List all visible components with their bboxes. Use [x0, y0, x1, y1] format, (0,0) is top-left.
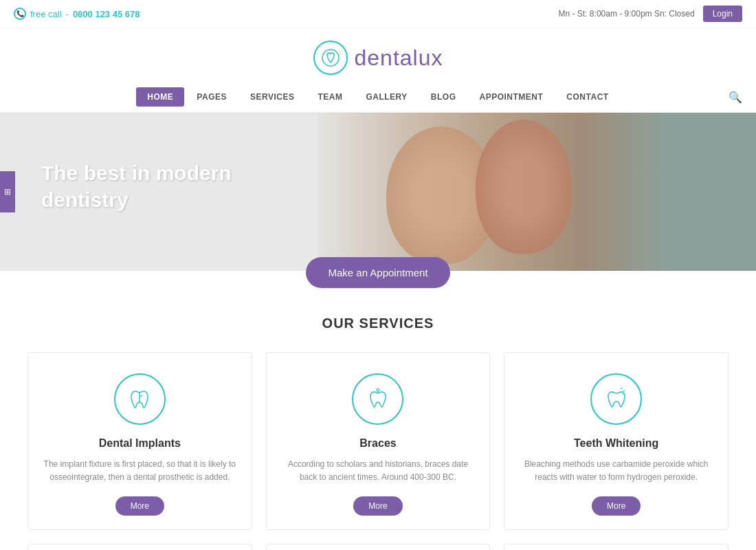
- nav-item-home[interactable]: HOME: [136, 87, 184, 107]
- services-section: OUR SERVICES Dental Implants The implant…: [0, 288, 756, 550]
- hero-title: The best in modern dentistry: [41, 160, 232, 213]
- hero-text-block: The best in modern dentistry: [41, 160, 232, 213]
- hours-text: Mn - St: 8:00am - 9:00pm Sn: Closed: [559, 9, 695, 19]
- hero-section: ⊞ The best in modern dentistry: [0, 113, 756, 271]
- phone-icon: 📞: [14, 8, 26, 20]
- free-call-label: free call: [30, 9, 62, 19]
- logo-wrapper[interactable]: dentalux: [313, 41, 443, 75]
- sidebar-toggle-button[interactable]: ⊞: [0, 171, 15, 212]
- service-card-dental-implants: Dental Implants The implant fixture is f…: [27, 352, 252, 530]
- svg-line-5: [621, 388, 622, 389]
- service-card-teeth-whitening: Teeth Whitening Bleaching methods use ca…: [504, 352, 729, 530]
- nav-item-contact[interactable]: CONTACT: [555, 87, 619, 107]
- teeth-whitening-desc: Bleaching methods use carbamide peroxide…: [518, 458, 714, 484]
- search-icon[interactable]: 🔍: [729, 91, 742, 104]
- dental-implants-name: Dental Implants: [99, 437, 181, 450]
- hero-image: [318, 113, 756, 271]
- service-card-cosmetic: Cosmetic Dentistry: [504, 544, 729, 550]
- braces-icon-circle: [352, 373, 403, 425]
- nav-item-team[interactable]: TEAM: [307, 87, 353, 107]
- nav-item-services[interactable]: SERVICES: [239, 87, 305, 107]
- appointment-cta-button[interactable]: Make an Appointment: [306, 257, 449, 288]
- nav-item-gallery[interactable]: GALLERY: [355, 87, 418, 107]
- nav-item-appointment[interactable]: APPOINTMENT: [469, 87, 555, 107]
- phone-number: 0800 123 45 678: [73, 9, 140, 19]
- service-card-crowns: Crowns and Bridges: [27, 544, 252, 550]
- services-grid-row1: Dental Implants The implant fixture is f…: [27, 352, 729, 530]
- dental-implants-desc: The implant fixture is first placed, so …: [42, 458, 238, 484]
- service-card-braces: Braces According to scholars and histori…: [266, 352, 491, 530]
- navbar: HOME PAGES SERVICES TEAM GALLERY BLOG AP…: [0, 82, 756, 113]
- braces-more-button[interactable]: More: [353, 496, 402, 516]
- svg-point-3: [377, 388, 379, 391]
- free-call-section: 📞 free call - 0800 123 45 678: [14, 8, 140, 20]
- dental-implants-icon-circle: [114, 373, 166, 425]
- services-section-title: OUR SERVICES: [27, 316, 729, 331]
- top-bar: 📞 free call - 0800 123 45 678 Mn - St: 8…: [0, 0, 756, 28]
- svg-point-0: [322, 50, 339, 66]
- logo-area: dentalux: [0, 28, 756, 82]
- logo-icon: [313, 41, 348, 75]
- services-grid-row2: Crowns and Bridges Prevention: [27, 544, 729, 550]
- logo-text: dentalux: [355, 45, 443, 71]
- teeth-whitening-name: Teeth Whitening: [574, 437, 658, 450]
- teeth-whitening-icon-circle: [590, 373, 642, 425]
- nav-item-blog[interactable]: BLOG: [420, 87, 467, 107]
- teeth-whitening-more-button[interactable]: More: [592, 496, 641, 516]
- braces-desc: According to scholars and historians, br…: [280, 458, 476, 484]
- cta-wrapper: Make an Appointment: [0, 257, 756, 288]
- svg-line-6: [623, 390, 625, 391]
- top-right: Mn - St: 8:00am - 9:00pm Sn: Closed Logi…: [559, 6, 742, 22]
- service-card-prevention: Prevention: [266, 544, 491, 550]
- dash: -: [66, 9, 69, 19]
- braces-name: Braces: [359, 437, 396, 450]
- dental-implants-more-button[interactable]: More: [115, 496, 164, 516]
- nav-item-pages[interactable]: PAGES: [186, 87, 238, 107]
- login-button[interactable]: Login: [703, 6, 742, 22]
